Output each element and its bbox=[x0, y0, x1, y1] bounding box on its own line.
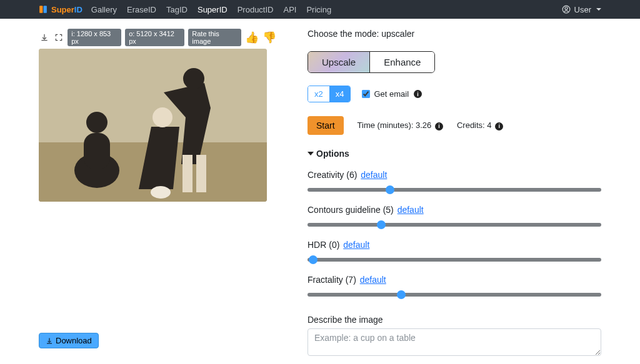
options-header-label: Options bbox=[316, 149, 349, 159]
chevron-down-icon bbox=[596, 8, 601, 11]
svg-point-9 bbox=[152, 107, 172, 127]
thumbs-down-icon[interactable]: 👎 bbox=[262, 32, 276, 43]
svg-point-13 bbox=[151, 186, 171, 199]
user-label: User bbox=[574, 5, 591, 14]
slider-group-hdr: HDR (0) default bbox=[308, 240, 601, 263]
brand-logo-icon bbox=[39, 5, 48, 14]
slider-thumb[interactable] bbox=[309, 255, 318, 264]
triangle-down-icon bbox=[308, 152, 314, 155]
fractality-label: Fractality (7) bbox=[308, 275, 359, 285]
svg-rect-12 bbox=[196, 155, 206, 192]
svg-point-10 bbox=[183, 68, 204, 89]
nav-link-api[interactable]: API bbox=[283, 5, 296, 14]
svg-rect-11 bbox=[182, 155, 192, 192]
download-icon-small bbox=[46, 337, 53, 345]
creativity-slider[interactable] bbox=[308, 186, 601, 194]
scale-toggle: x2 x4 bbox=[308, 86, 351, 102]
creativity-label: Creativity (6) bbox=[308, 170, 359, 180]
slider-thumb[interactable] bbox=[397, 290, 406, 299]
nav-link-gallery[interactable]: Gallery bbox=[91, 5, 117, 14]
svg-rect-0 bbox=[39, 6, 42, 13]
fullscreen-icon[interactable] bbox=[53, 32, 64, 43]
scale-option-x2[interactable]: x2 bbox=[308, 86, 329, 102]
brand-logo-block[interactable]: SuperID bbox=[39, 5, 82, 14]
fractality-slider[interactable] bbox=[308, 291, 601, 298]
slider-group-contours: Contours guideline (5) default bbox=[308, 205, 601, 229]
mode-toggle: Upscale Enhance bbox=[308, 51, 435, 73]
user-avatar-icon bbox=[562, 5, 571, 14]
info-icon[interactable]: i bbox=[414, 90, 422, 98]
download-icon[interactable] bbox=[39, 32, 49, 43]
slider-group-fractality: Fractality (7) default bbox=[308, 275, 601, 298]
hdr-default-link[interactable]: default bbox=[343, 240, 369, 250]
get-email-checkbox[interactable] bbox=[362, 90, 370, 98]
download-button-label: Download bbox=[56, 336, 92, 345]
nav-link-productid[interactable]: ProductID bbox=[238, 5, 274, 14]
download-button[interactable]: Download bbox=[39, 333, 99, 348]
mode-option-upscale[interactable]: Upscale bbox=[308, 52, 369, 72]
output-resolution-badge: o: 5120 x 3412 px bbox=[125, 29, 184, 46]
start-button[interactable]: Start bbox=[308, 116, 344, 135]
input-resolution-badge: i: 1280 x 853 px bbox=[68, 29, 121, 46]
svg-rect-7 bbox=[84, 133, 110, 169]
svg-point-8 bbox=[86, 112, 108, 133]
preview-image[interactable] bbox=[39, 49, 267, 202]
contours-default-link[interactable]: default bbox=[398, 205, 424, 215]
creativity-default-link[interactable]: default bbox=[361, 170, 387, 180]
thumbs-up-icon[interactable]: 👍 bbox=[245, 32, 259, 43]
contours-label: Contours guideline (5) bbox=[308, 205, 396, 215]
scale-option-x4[interactable]: x4 bbox=[329, 86, 351, 102]
svg-point-3 bbox=[565, 7, 568, 9]
hdr-label: HDR (0) bbox=[308, 240, 342, 250]
image-meta-bar: i: 1280 x 853 px o: 5120 x 3412 px Rate … bbox=[39, 29, 276, 46]
nav-link-eraseid[interactable]: EraseID bbox=[127, 5, 156, 14]
brand-name: SuperID bbox=[51, 5, 82, 14]
svg-rect-1 bbox=[44, 6, 47, 13]
describe-input[interactable] bbox=[308, 328, 601, 356]
info-icon[interactable]: i bbox=[435, 122, 443, 130]
describe-label: Describe the image bbox=[308, 315, 601, 325]
get-email-checkbox-wrap[interactable]: Get email i bbox=[362, 89, 422, 99]
credits-readout: Credits: 4 i bbox=[457, 121, 503, 130]
mode-option-enhance[interactable]: Enhance bbox=[369, 52, 434, 72]
nav-links: Gallery EraseID TagID SuperID ProductID … bbox=[91, 5, 331, 14]
fractality-default-link[interactable]: default bbox=[360, 275, 386, 285]
mode-heading: Choose the mode: upscaler bbox=[308, 29, 601, 39]
nav-link-tagid[interactable]: TagID bbox=[166, 5, 188, 14]
nav-link-pricing[interactable]: Pricing bbox=[306, 5, 331, 14]
nav-link-superid[interactable]: SuperID bbox=[198, 5, 228, 14]
get-email-label: Get email bbox=[374, 89, 409, 99]
slider-thumb[interactable] bbox=[377, 220, 386, 229]
time-readout: Time (minutes): 3.26 i bbox=[358, 121, 443, 130]
user-menu[interactable]: User bbox=[562, 5, 601, 14]
options-toggle[interactable]: Options bbox=[308, 149, 601, 159]
info-icon[interactable]: i bbox=[495, 122, 503, 130]
top-navbar: SuperID Gallery EraseID TagID SuperID Pr… bbox=[0, 0, 640, 19]
contours-slider[interactable] bbox=[308, 221, 601, 229]
slider-thumb[interactable] bbox=[386, 185, 394, 194]
rate-image-button[interactable]: Rate this image bbox=[188, 29, 241, 46]
slider-group-creativity: Creativity (6) default bbox=[308, 170, 601, 194]
hdr-slider[interactable] bbox=[308, 256, 601, 263]
